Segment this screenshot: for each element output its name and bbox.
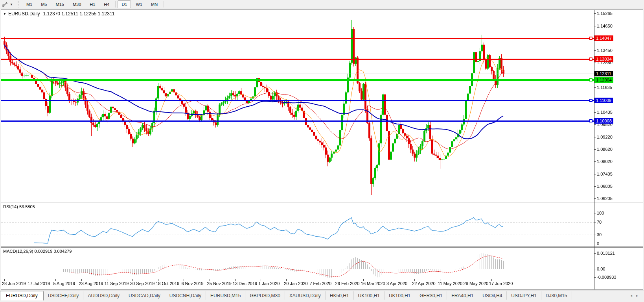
toolbar-grip bbox=[18, 1, 20, 7]
timeframe-button-m5[interactable]: M5 bbox=[37, 0, 51, 8]
date-axis-label: 26 Feb 2020 bbox=[335, 281, 360, 286]
chart-ohlc-values: 1.12370 1.12511 1.12255 1.12311 bbox=[43, 11, 115, 17]
tabs-scroll-right-icon[interactable]: ▸ bbox=[634, 293, 640, 298]
price-axis-tick: 1.14650 bbox=[597, 24, 613, 28]
rsi-axis-tick: 100 bbox=[597, 211, 604, 215]
symbol-tab-usoil-h4[interactable]: USOil,H4 bbox=[478, 291, 507, 300]
date-axis-label: 29 May 2020 bbox=[464, 281, 489, 286]
price-axis-tick: 1.09220 bbox=[597, 135, 613, 139]
price-level-badge: 1.12004 bbox=[594, 77, 613, 83]
date-axis-label: 17 Jul 2019 bbox=[28, 281, 50, 286]
rsi-axis-tick: 70 bbox=[597, 220, 602, 224]
symbol-tab-eurusd-m15[interactable]: EURUSD,M15 bbox=[206, 291, 245, 300]
timeframe-button-h4[interactable]: H4 bbox=[100, 0, 113, 8]
date-axis-label: 30 Sep 2019 bbox=[130, 281, 155, 286]
timeframe-button-m1[interactable]: M1 bbox=[22, 0, 36, 8]
toolbar-separator bbox=[164, 1, 164, 7]
price-chart-canvas[interactable] bbox=[1, 10, 643, 289]
price-axis-tick: 1.08020 bbox=[597, 159, 613, 164]
symbol-tab-uk100-h1[interactable]: UK100,H1 bbox=[354, 291, 385, 300]
price-axis-tick: 1.13450 bbox=[597, 48, 613, 53]
price-axis-tick: 1.08620 bbox=[597, 147, 613, 152]
timeframe-button-d1[interactable]: D1 bbox=[118, 0, 131, 8]
date-axis-label: 16 Mar 2020 bbox=[361, 281, 385, 286]
chart-window: ▼EURUSD,Daily1.12370 1.12511 1.12255 1.1… bbox=[1, 9, 643, 290]
date-axis-label: 28 Jun 2019 bbox=[2, 281, 26, 286]
symbol-tab-usdchf-daily[interactable]: USDCHF,Daily bbox=[44, 291, 84, 300]
chart-cursor-icon bbox=[2, 2, 8, 7]
timeframe-button-h1[interactable]: H1 bbox=[86, 0, 99, 8]
symbol-tab-gbpusd-m30[interactable]: GBPUSD,M30 bbox=[245, 291, 285, 300]
macd-axis-tick: -0.008933 bbox=[597, 275, 616, 280]
symbol-tab-ger30-h1[interactable]: GER30,H1 bbox=[415, 291, 447, 300]
symbol-tab-usdjpy-h1[interactable]: USDJPY,H1 bbox=[507, 291, 541, 300]
symbol-tab-audusd-daily[interactable]: AUDUSD,Daily bbox=[83, 291, 124, 300]
rsi-axis-tick: 0 bbox=[597, 241, 599, 246]
date-axis-label: 13 Dec 2019 bbox=[233, 281, 257, 286]
date-axis-label: 3 Apr 2020 bbox=[386, 281, 407, 286]
chart-symbol-label: EURUSD,Daily bbox=[8, 11, 40, 17]
current-price-badge: 1.12311 bbox=[594, 71, 613, 76]
date-axis-label: 25 Nov 2019 bbox=[207, 281, 232, 286]
symbol-tab-dj30-m15[interactable]: DJ30,M15 bbox=[541, 291, 572, 300]
symbol-tab-xauusd-daily[interactable]: XAUUSD,Daily bbox=[285, 291, 326, 300]
rsi-indicator-label: RSI(14) 53.5805 bbox=[3, 204, 35, 209]
price-level-badge: 1.14047 bbox=[594, 35, 613, 41]
price-axis-tick: 1.11635 bbox=[597, 85, 612, 90]
timeframe-button-m30[interactable]: M30 bbox=[69, 0, 85, 8]
timeframe-toolbar: ▼ M1M5M15M30H1H4D1W1MN bbox=[0, 0, 644, 9]
timeframe-button-m15[interactable]: M15 bbox=[52, 0, 68, 8]
price-level-badge: 1.11009 bbox=[594, 98, 613, 103]
date-axis-label: 7 Feb 2020 bbox=[309, 281, 331, 286]
macd-axis-tick: 0.00 bbox=[597, 267, 605, 271]
collapse-triangle-icon: ▼ bbox=[3, 12, 6, 16]
tabs-scroll-left-icon[interactable]: ◂ bbox=[628, 293, 634, 298]
toolbar-separator bbox=[115, 1, 116, 7]
macd-indicator-label: MACD(12,26,9) 0.002919 0.004279 bbox=[3, 249, 72, 254]
price-axis-tick: 1.06805 bbox=[597, 184, 613, 189]
rsi-axis-tick: 30 bbox=[597, 232, 602, 237]
date-axis-label: 5 Aug 2019 bbox=[53, 281, 75, 286]
timeframe-button-mn[interactable]: MN bbox=[147, 0, 162, 8]
date-axis-label: 6 Nov 2019 bbox=[181, 281, 203, 286]
price-level-badge: 1.13034 bbox=[594, 56, 613, 62]
symbol-tab-usdcnh-daily[interactable]: USDCNH,Daily bbox=[165, 291, 206, 300]
date-axis-label: 20 Jan 2020 bbox=[284, 281, 308, 286]
symbol-tab-hk50-h1[interactable]: HK50,H1 bbox=[326, 291, 354, 300]
price-axis-tick: 1.07405 bbox=[597, 172, 613, 176]
symbol-tab-bar: EURUSD,DailyUSDCHF,DailyAUDUSD,DailyUSDC… bbox=[0, 291, 644, 302]
date-axis-label: 11 May 2020 bbox=[438, 281, 462, 286]
price-axis-tick: 1.15265 bbox=[597, 11, 613, 16]
chart-tool-dropdown[interactable]: ▼ bbox=[0, 0, 15, 9]
macd-axis-tick: 0.013121 bbox=[597, 251, 615, 256]
date-axis-label: 1 Jan 2020 bbox=[258, 281, 280, 286]
symbol-tab-fra40-h1[interactable]: FRA40,H1 bbox=[447, 291, 478, 300]
price-axis-tick: 1.10435 bbox=[597, 110, 613, 115]
price-level-badge: 1.10008 bbox=[594, 118, 613, 124]
symbol-tab-uk100-h1[interactable]: UK100,H1 bbox=[385, 291, 415, 300]
date-axis-label: 11 Sep 2019 bbox=[105, 281, 129, 286]
timeframe-button-w1[interactable]: W1 bbox=[132, 0, 146, 8]
date-axis-label: 22 Apr 2020 bbox=[412, 281, 435, 286]
symbol-tab-eurusd-daily[interactable]: EURUSD,Daily bbox=[0, 291, 44, 300]
chevron-down-icon: ▼ bbox=[10, 3, 13, 6]
date-axis-label: 17 Jun 2020 bbox=[489, 281, 513, 286]
price-axis-tick: 1.06205 bbox=[597, 196, 613, 201]
symbol-tab-usdcad-daily[interactable]: USDCAD,Daily bbox=[124, 291, 165, 300]
date-axis-label: 18 Oct 2019 bbox=[156, 281, 179, 286]
chart-title: ▼EURUSD,Daily1.12370 1.12511 1.12255 1.1… bbox=[3, 11, 114, 17]
date-axis-label: 23 Aug 2019 bbox=[79, 281, 103, 286]
